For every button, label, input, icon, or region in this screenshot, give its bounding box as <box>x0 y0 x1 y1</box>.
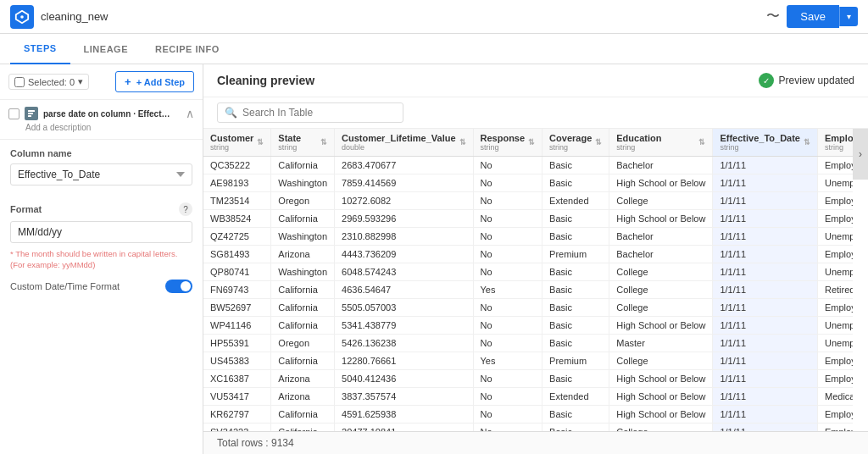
col-effective-date: Effective_To_Datestring ⇅ <box>713 129 818 157</box>
table-cell: No <box>473 299 542 317</box>
table-cell: Employed <box>817 406 853 424</box>
table-cell: 1/1/11 <box>713 157 818 174</box>
save-button[interactable]: Save <box>787 5 839 28</box>
custom-toggle-label: Custom Date/Time Format <box>10 281 120 291</box>
collapse-icon[interactable]: ∧ <box>186 107 194 120</box>
table-header-row: Customerstring ⇅ Statestring ⇅ <box>203 129 853 157</box>
table-cell: College <box>609 424 713 432</box>
table-cell: SG81493 <box>203 246 271 263</box>
sort-coverage-icon[interactable]: ⇅ <box>595 138 602 147</box>
column-name-select[interactable]: Effective_To_Date <box>10 163 192 185</box>
tab-steps[interactable]: STEPS <box>10 34 70 64</box>
table-cell: 1/1/11 <box>713 370 818 388</box>
add-step-button[interactable]: + + Add Step <box>115 71 194 92</box>
table-cell: Washington <box>271 263 335 281</box>
custom-toggle-row: Custom Date/Time Format <box>10 280 192 293</box>
sort-response-icon[interactable]: ⇅ <box>528 138 535 147</box>
save-dropdown-button[interactable]: ▾ <box>839 7 858 26</box>
table-cell: Oregon <box>271 335 335 352</box>
table-cell: California <box>271 424 335 432</box>
table-cell: Medical Leave <box>817 388 853 406</box>
table-cell: QC35222 <box>203 157 271 174</box>
step-item-title: parse date on column · Effective_To_Date <box>8 107 170 120</box>
col-coverage: Coveragestring ⇅ <box>542 129 609 157</box>
tab-lineage[interactable]: LINEAGE <box>70 34 142 64</box>
sort-date-icon[interactable]: ⇅ <box>804 138 810 147</box>
sort-state-icon[interactable]: ⇅ <box>320 138 327 147</box>
table-cell: No <box>473 370 542 388</box>
table-cell: No <box>473 388 542 406</box>
table-cell: Yes <box>473 352 542 370</box>
table-cell: High School or Below <box>609 210 713 228</box>
right-scroll-button[interactable]: › <box>853 129 868 180</box>
table-cell: California <box>271 210 335 228</box>
table-cell: California <box>271 299 335 317</box>
left-panel-header: Selected: 0 ▾ + + Add Step <box>0 64 203 100</box>
table-cell: Basic <box>542 263 609 281</box>
top-bar-left: cleaning_new <box>10 5 108 29</box>
table-row: US45383California12280.76661YesPremiumCo… <box>203 352 853 370</box>
table-cell: Basic <box>542 210 609 228</box>
table-container[interactable]: Customerstring ⇅ Statestring ⇅ <box>203 129 853 431</box>
table-cell: Basic <box>542 317 609 335</box>
table-cell: WB38524 <box>203 210 271 228</box>
format-input[interactable] <box>10 221 192 243</box>
table-cell: Basic <box>542 299 609 317</box>
col-education: Educationstring ⇅ <box>609 129 713 157</box>
format-help-icon[interactable]: ? <box>179 202 192 216</box>
step-description[interactable]: Add a description <box>8 123 194 132</box>
sort-customer-icon[interactable]: ⇅ <box>257 138 264 147</box>
table-row: AE98193Washington7859.414569NoBasicHigh … <box>203 174 853 192</box>
table-cell: Arizona <box>271 388 335 406</box>
table-cell: High School or Below <box>609 406 713 424</box>
column-name-section: Column name Effective_To_Date <box>0 140 203 194</box>
selected-badge[interactable]: Selected: 0 ▾ <box>8 74 89 90</box>
sort-clv-icon[interactable]: ⇅ <box>459 138 466 147</box>
sort-education-icon[interactable]: ⇅ <box>698 138 705 147</box>
custom-date-toggle[interactable] <box>165 280 192 293</box>
table-cell: 1/1/11 <box>713 424 818 432</box>
table-row: VU53417Arizona3837.357574NoExtendedHigh … <box>203 388 853 406</box>
table-cell: 2969.593296 <box>335 210 474 228</box>
table-cell: 2683.470677 <box>335 157 474 174</box>
table-area: Customerstring ⇅ Statestring ⇅ <box>203 129 868 431</box>
analytics-icon[interactable]: 〜 <box>766 8 780 25</box>
table-cell: 1/1/11 <box>713 246 818 263</box>
table-cell: BW52697 <box>203 299 271 317</box>
data-table: Customerstring ⇅ Statestring ⇅ <box>203 129 853 431</box>
step-item-header: parse date on column · Effective_To_Date… <box>8 107 194 120</box>
tab-recipe-info[interactable]: RECIPE INFO <box>142 34 233 64</box>
table-cell: Unemployed <box>817 335 853 352</box>
table-row: KR62797California4591.625938NoBasicHigh … <box>203 406 853 424</box>
table-cell: Basic <box>542 228 609 246</box>
table-cell: 1/1/11 <box>713 299 818 317</box>
table-cell: Basic <box>542 157 609 174</box>
table-cell: No <box>473 157 542 174</box>
table-cell: High School or Below <box>609 370 713 388</box>
col-customer: Customerstring ⇅ <box>203 129 271 157</box>
table-cell: 1/1/11 <box>713 281 818 299</box>
table-cell: No <box>473 210 542 228</box>
table-cell: Basic <box>542 370 609 388</box>
step-checkbox[interactable] <box>8 108 19 119</box>
table-cell: QP80741 <box>203 263 271 281</box>
svg-rect-2 <box>28 110 35 112</box>
table-cell: 6048.574243 <box>335 263 474 281</box>
table-cell: Unemployed <box>817 174 853 192</box>
select-all-checkbox[interactable] <box>14 77 25 87</box>
table-cell: Employed <box>817 370 853 388</box>
col-clv: Customer_Lifetime_Valuedouble ⇅ <box>335 129 474 157</box>
table-cell: Basic <box>542 406 609 424</box>
table-cell: 1/1/11 <box>713 335 818 352</box>
table-cell: Extended <box>542 388 609 406</box>
search-input[interactable] <box>242 107 396 119</box>
table-cell: 12280.76661 <box>335 352 474 370</box>
table-cell: Yes <box>473 281 542 299</box>
table-cell: Employed <box>817 210 853 228</box>
format-label: Format <box>10 204 42 214</box>
table-cell: No <box>473 246 542 263</box>
table-cell: Basic <box>542 335 609 352</box>
table-cell: 10272.6082 <box>335 192 474 210</box>
table-row: XC16387Arizona5040.412436NoBasicHigh Sch… <box>203 370 853 388</box>
format-row: Format ? <box>10 202 192 216</box>
